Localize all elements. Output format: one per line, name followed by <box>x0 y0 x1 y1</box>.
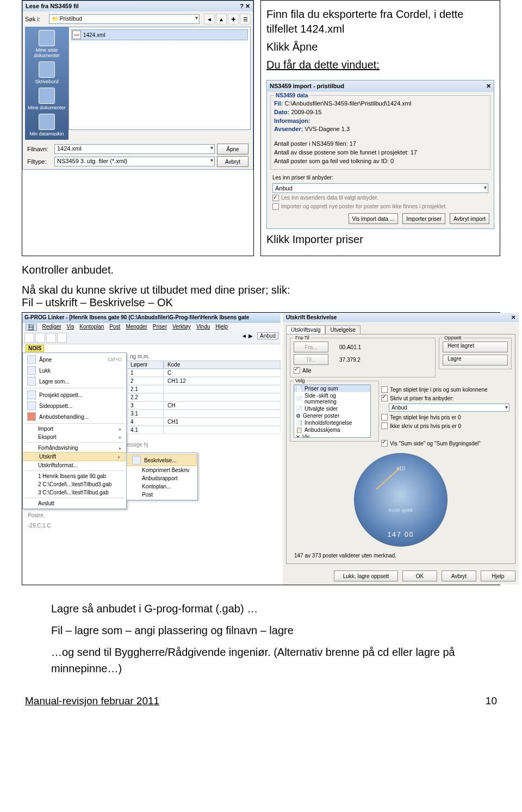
help-close-icons: ? ✕ <box>240 3 250 10</box>
tb-icon[interactable] <box>46 333 56 343</box>
menu-kontoplan[interactable]: Kontoplan <box>79 324 104 331</box>
menu-vindu[interactable]: Vindu <box>196 324 210 331</box>
menu-fil[interactable]: Fil <box>26 324 37 331</box>
filetype-dropdown[interactable]: NS3459 3. utg. filer (*.xml) <box>54 157 215 166</box>
anbyder-dropdown-ub[interactable]: Anbud <box>389 404 509 412</box>
til-button[interactable]: Til... <box>294 354 328 365</box>
velg-listbox[interactable]: 📄Priser og sum 📄Side -skift og nummereri… <box>294 385 371 438</box>
utskrift-beskrivelse-dialog: Utskrift Beskrivelse✕ Utskriftsvalg Utve… <box>283 313 519 585</box>
avbryt-import-button[interactable]: Avbryt import <box>450 213 489 224</box>
places-bar: Mine siste dokumenter Skrivebord Mine do… <box>25 27 69 140</box>
filtype-label: Filtype: <box>27 158 52 165</box>
filnavn-label: Filnavn: <box>27 146 52 152</box>
cb-vis-sumside[interactable]: Vis "Sum side" og "Sum Bygningsdel" <box>381 440 509 447</box>
folder-dropdown[interactable]: 📁 Pristilbud <box>49 14 200 24</box>
importer-priser-button[interactable]: Importer priser <box>402 213 445 224</box>
gauge-x10: x10 <box>396 466 405 472</box>
new-folder-icon[interactable]: ✚ <box>228 14 239 24</box>
cb-stiplet-0[interactable]: Tegn stiplet linje hvis pris er 0 <box>381 414 509 420</box>
hjelp-button[interactable]: Hjelp <box>481 571 515 581</box>
table-body: 1C 2CH1.12 2.1 2.2 3CH 3.1 4CH1 4.1 <box>127 369 281 434</box>
close-file-icon <box>27 366 36 375</box>
mi-recent3[interactable]: 3 C:\Cordel\...\test\Tilbud.gab <box>23 488 126 497</box>
cb-skriv-ut-priser[interactable]: Skriv ut priser fra anbyder: <box>381 395 509 401</box>
mi-anbudsbehandling[interactable]: Anbudsbehandling... <box>23 411 126 422</box>
cb-ikke-skriv-0[interactable]: Ikke skriv ut pris hvis pris er 0 <box>381 423 509 429</box>
mi-utskrift[interactable]: Utskrift▸ Beskrivelse... Komprimert Besk… <box>23 452 126 461</box>
ok-button[interactable]: OK <box>402 571 437 581</box>
close-icon[interactable]: ✕ <box>511 314 515 320</box>
tb-icon[interactable] <box>24 333 34 343</box>
filename-input[interactable]: 1424.xml <box>54 144 215 154</box>
views-icon[interactable]: ☰ <box>240 14 251 24</box>
footer-left: Manual-revisjon februar 2011 <box>25 695 159 707</box>
tab-utskriftsvalg[interactable]: Utskriftsvalg <box>286 325 325 334</box>
place-documents[interactable]: Mine dokumenter <box>26 88 67 110</box>
ub-title: Utskrift Beskrivelse✕ <box>283 313 519 322</box>
velg-item[interactable]: ✕Vis <box>294 433 370 438</box>
open-button[interactable]: Åpne <box>217 144 248 154</box>
mi-eksport[interactable]: Eksport▸ <box>23 433 126 441</box>
menu-rediger[interactable]: Rediger <box>42 324 61 331</box>
file-list[interactable]: xml 1424.xml <box>69 27 251 130</box>
mi-recent1[interactable]: 1 Henrik Ibsens gate 90.gab <box>23 472 126 480</box>
mi-forhandsvisning[interactable]: Forhåndsvisning▸ <box>23 444 126 452</box>
cb-alle[interactable]: Alle <box>294 367 432 374</box>
cb-les-inn-avsender[interactable]: Les inn avsenders data til valgt anbyder… <box>272 194 488 202</box>
back-icon[interactable]: ◄ <box>204 14 215 24</box>
tb-icon[interactable] <box>35 333 45 343</box>
mi-lagre-som[interactable]: Lagre som... <box>23 376 126 387</box>
mi-apne[interactable]: ÅpneCtrl+O <box>23 354 126 365</box>
intro-line2: Klikk Åpne <box>266 40 494 54</box>
velg-item[interactable]: ⚙Generer poster <box>294 412 370 419</box>
menu-hjelp[interactable]: Hjelp <box>215 324 228 331</box>
after-p1: Lagre så anbudet i G-prog-format (.gab) … <box>51 600 500 617</box>
anbud-field[interactable]: Anbud <box>257 332 278 339</box>
anbyder-dropdown[interactable]: Anbud <box>272 183 488 193</box>
instruction-text-block: Finn fila du eksporterte fra Cordel, i d… <box>260 0 500 256</box>
cancel-button[interactable]: Avbryt <box>217 156 248 167</box>
place-computer[interactable]: Min datamaskin <box>26 114 67 137</box>
velg-item[interactable]: 📄Side -skift og nummerering <box>294 392 370 405</box>
ns-count-2: Antall av disse postene som ble funnet i… <box>274 148 487 157</box>
menu-vis[interactable]: Vis <box>67 324 74 331</box>
menu-priser[interactable]: Priser <box>153 324 167 331</box>
avbryt-button[interactable]: Avbryt <box>442 571 476 581</box>
table-header: Løpenr Kode <box>127 361 281 369</box>
cb-importer-opprett[interactable]: Importer og opprett nye poster for poste… <box>272 203 488 210</box>
ns-sender: VVS-Dagene 1.3 <box>304 126 350 132</box>
up-icon[interactable]: ▲ <box>216 14 227 24</box>
mi-utskriftsformat[interactable]: Utskriftsformat... <box>23 461 126 469</box>
file-item-1424[interactable]: xml 1424.xml <box>71 29 248 40</box>
place-recent[interactable]: Mine siste dokumenter <box>26 30 67 58</box>
mi-import[interactable]: Import▸ <box>23 425 126 433</box>
menu-post[interactable]: Post <box>109 324 120 331</box>
til-value: 37.379.2 <box>339 357 361 363</box>
velg-item[interactable]: 📄Priser og sum <box>294 385 370 392</box>
tb-icon[interactable] <box>57 333 67 343</box>
mi-recent2[interactable]: 2 C:\Cordel\...\test\Tilbud3.gab <box>23 480 126 488</box>
lagre-button[interactable]: Lagre <box>443 355 508 365</box>
gprog-toolbar: ◄ ▶ Anbud <box>22 332 281 344</box>
menu-verktoy[interactable]: Verktøy <box>172 324 191 331</box>
lukk-lagre-oppsett-button[interactable]: Lukk, lagre oppsett <box>334 571 398 581</box>
fra-button[interactable]: Fra... <box>294 342 328 352</box>
mi-lukk[interactable]: Lukk <box>23 365 126 376</box>
cb-stiplet-pris-sum[interactable]: Tegn stiplet linje i pris og sum kolonne… <box>381 386 509 393</box>
velg-item[interactable]: 📋Anbudsskjema <box>294 426 370 433</box>
mi-prosjektoppsett[interactable]: Prosjekt oppsett... <box>23 389 126 400</box>
vis-import-data-button[interactable]: Vis import data ... <box>349 213 399 224</box>
gprog-menubar[interactable]: Fil Rediger Vis Kontoplan Post Mengder P… <box>22 323 281 332</box>
xml-file-icon: xml <box>72 30 81 39</box>
velg-item[interactable]: 📄Utvalgte sider <box>294 405 370 412</box>
hent-lagret-button[interactable]: Hent lagret <box>443 342 508 352</box>
after-p2: Fil – lagre som – angi plassering og fil… <box>51 622 500 639</box>
ng-mm-label: ng m.m. <box>127 352 281 361</box>
mi-avslutt[interactable]: Avslutt <box>23 499 126 507</box>
tab-utvelgelse[interactable]: Utvelgelse <box>325 325 361 334</box>
menu-mengder[interactable]: Mengder <box>126 324 147 331</box>
close-icon[interactable]: ✕ <box>486 82 491 90</box>
place-desktop[interactable]: Skrivebord <box>26 61 67 84</box>
mi-sideoppsett[interactable]: Sideoppsett... <box>23 400 126 411</box>
velg-item[interactable]: 📑Innholdsfortegnelse <box>294 419 370 426</box>
